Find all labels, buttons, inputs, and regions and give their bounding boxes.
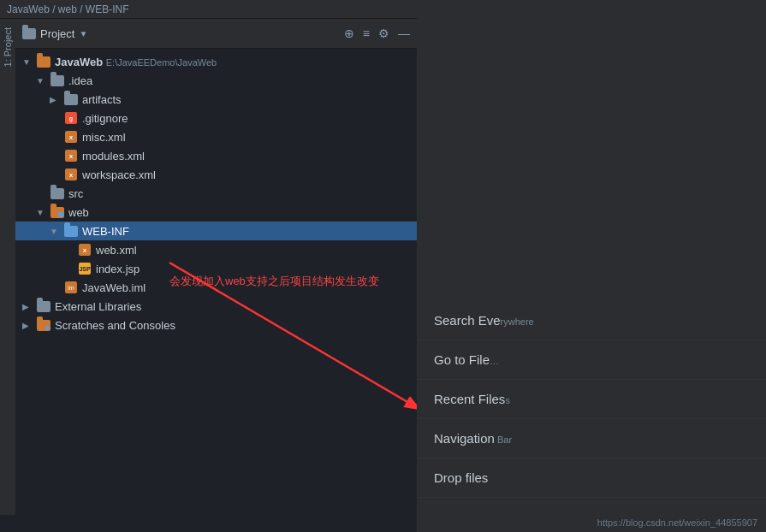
- tree-label-webinf: WEB-INF: [82, 225, 417, 238]
- tree-row-src[interactable]: src: [15, 184, 417, 203]
- folder-src-icon: [50, 186, 65, 200]
- folder-webinf-icon: [63, 224, 79, 238]
- tree-row-javaweb-iml[interactable]: im JavaWeb.iml: [15, 278, 417, 297]
- tree-row-workspace-xml[interactable]: x workspace.xml: [15, 165, 417, 184]
- goto-file-item[interactable]: Go to File…: [417, 340, 766, 380]
- chevron-scratches: ▶: [22, 321, 36, 330]
- navigation-label: Navigation: [434, 431, 495, 446]
- project-header: Project ▼ ⊕ ≡ ⚙ —: [15, 19, 417, 49]
- tree-row-javaweb[interactable]: ▼ JavaWeb E:\JavaEEDemo\JavaWeb: [15, 52, 417, 71]
- dropdown-icon[interactable]: ▼: [79, 29, 87, 38]
- xml-modules-icon: x: [63, 149, 79, 163]
- tree-row-idea[interactable]: ▼ .idea: [15, 71, 417, 90]
- xml-workspace-icon: x: [63, 168, 79, 181]
- breadcrumb-text: JavaWeb / web / WEB-INF: [7, 3, 128, 15]
- search-everywhere-item[interactable]: Search Everywhere: [417, 301, 766, 340]
- chevron-web: ▼: [36, 208, 50, 217]
- recent-files-item[interactable]: Recent Filess: [417, 380, 766, 419]
- chevron-javaweb: ▼: [22, 57, 36, 67]
- tree-label-modules-xml: modules.xml: [82, 150, 417, 163]
- tree-row-ext-libs[interactable]: ▶ External Libraries: [15, 297, 417, 316]
- tree-label-workspace-xml: workspace.xml: [82, 168, 417, 181]
- project-panel: Project ▼ ⊕ ≡ ⚙ — ▼ JavaWeb E:\JavaEEDem…: [15, 19, 417, 532]
- chevron-idea: ▼: [36, 76, 50, 86]
- tree-label-javaweb-iml: JavaWeb.iml: [82, 281, 417, 294]
- chevron-webinf: ▼: [50, 227, 63, 236]
- tree-label-misc-xml: misc.xml: [82, 131, 417, 144]
- project-panel-tab[interactable]: 1: Project: [0, 19, 15, 515]
- xml-web-icon: x: [77, 243, 92, 257]
- tree-row-scratches[interactable]: ▶ Scratches and Consoles: [15, 316, 417, 334]
- search-everywhere-label: Search Eve: [434, 313, 501, 328]
- locate-icon[interactable]: ⊕: [344, 27, 354, 40]
- folder-icon-header: [22, 28, 36, 39]
- drop-files-label: Drop files: [434, 470, 488, 485]
- tree-row-web-inf[interactable]: ▼ WEB-INF: [15, 222, 417, 240]
- breadcrumb: JavaWeb / web / WEB-INF: [0, 0, 417, 19]
- folder-idea-icon: [50, 74, 65, 87]
- folder-scratches-icon: [36, 318, 51, 332]
- tree-row-gitignore[interactable]: g .gitignore: [15, 109, 417, 127]
- tree-label-gitignore: .gitignore: [82, 112, 417, 125]
- panel-tab-label: 1: Project: [3, 27, 13, 67]
- drop-files-item[interactable]: Drop files: [417, 458, 766, 498]
- recent-files-label: Recent Files: [434, 392, 505, 406]
- minimize-icon[interactable]: —: [398, 27, 410, 40]
- bottom-url: https://blog.csdn.net/weixin_44855907: [597, 517, 757, 528]
- tree-row-modules-xml[interactable]: x modules.xml: [15, 146, 417, 165]
- tree-label-src: src: [68, 187, 417, 200]
- tree-label-javaweb: JavaWeb E:\JavaEEDemo\JavaWeb: [55, 56, 417, 68]
- xml-misc-icon: x: [63, 130, 79, 144]
- jsp-icon: JSP: [77, 262, 92, 275]
- chevron-artifacts: ▶: [50, 95, 63, 104]
- tree-label-index-jsp: index.jsp: [96, 263, 417, 275]
- tree-label-idea: .idea: [68, 74, 417, 87]
- settings-icon[interactable]: ⚙: [378, 27, 389, 40]
- right-panel: Search Everywhere Go to File… Recent Fil…: [417, 0, 766, 532]
- tree-label-web-xml: web.xml: [96, 244, 417, 257]
- project-tree: ▼ JavaWeb E:\JavaEEDemo\JavaWeb ▼ .idea …: [15, 49, 417, 532]
- folder-javaweb-icon: [36, 55, 51, 68]
- git-icon: g: [63, 111, 79, 125]
- folder-extlibs-icon: [36, 299, 51, 313]
- search-menu: Search Everywhere Go to File… Recent Fil…: [417, 301, 766, 523]
- folder-artifacts-icon: [63, 92, 79, 106]
- options-icon[interactable]: ≡: [363, 27, 370, 40]
- navigation-item[interactable]: Navigation Bar: [417, 419, 766, 458]
- iml-icon: im: [63, 281, 79, 294]
- folder-web-icon: [50, 205, 65, 219]
- tree-row-index-jsp[interactable]: JSP index.jsp: [15, 259, 417, 278]
- tree-label-web: web: [68, 206, 417, 219]
- tree-row-web[interactable]: ▼ web: [15, 203, 417, 222]
- tree-row-web-xml[interactable]: x web.xml: [15, 240, 417, 259]
- tree-label-artifacts: artifacts: [82, 93, 417, 106]
- tree-row-artifacts[interactable]: ▶ artifacts: [15, 90, 417, 109]
- tree-label-scratches: Scratches and Consoles: [55, 319, 417, 332]
- tree-label-ext-libs: External Libraries: [55, 300, 417, 313]
- goto-file-label: Go to File: [434, 352, 490, 367]
- tree-row-misc-xml[interactable]: x misc.xml: [15, 127, 417, 146]
- project-title-group: Project ▼: [22, 27, 87, 40]
- chevron-extlibs: ▶: [22, 302, 36, 311]
- project-title: Project: [40, 27, 74, 40]
- header-icons: ⊕ ≡ ⚙ —: [344, 27, 410, 40]
